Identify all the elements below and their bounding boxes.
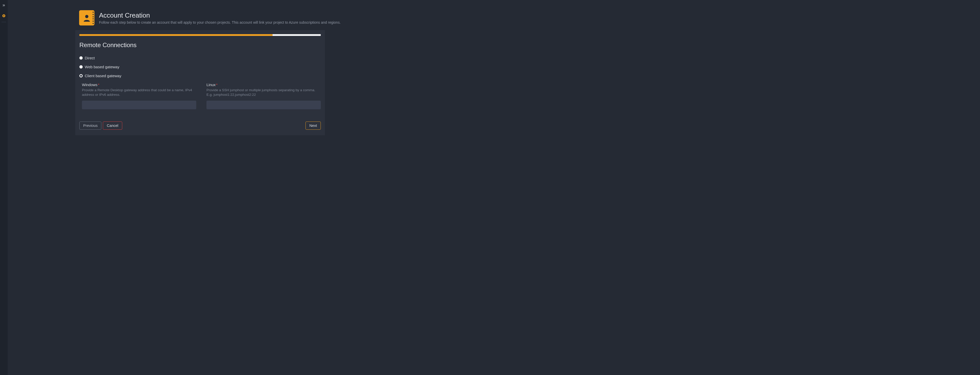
windows-field-group: Windows* Provide a Remote Desktop gatewa… xyxy=(82,82,196,109)
previous-button[interactable]: Previous xyxy=(80,122,101,130)
radio-web-gateway[interactable]: Web based gateway xyxy=(80,65,321,69)
wizard-buttons: Previous Cancel Next xyxy=(80,122,321,130)
radio-client-gateway[interactable]: Client based gateway xyxy=(80,74,321,78)
radio-client-gateway-label: Client based gateway xyxy=(85,74,121,78)
windows-input[interactable] xyxy=(82,101,196,109)
required-marker: * xyxy=(216,82,218,87)
sidebar xyxy=(0,0,8,375)
radio-direct[interactable]: Direct xyxy=(80,56,321,60)
main-content: Account Creation Follow each step below … xyxy=(8,0,980,375)
linux-label-text: Linux xyxy=(207,82,216,87)
cancel-button[interactable]: Cancel xyxy=(103,122,122,130)
svg-point-3 xyxy=(85,15,89,18)
linux-label: Linux* xyxy=(207,82,321,87)
windows-help: Provide a Remote Desktop gateway address… xyxy=(82,88,196,98)
progress-bar xyxy=(80,34,321,36)
required-marker: * xyxy=(98,82,100,87)
expand-sidebar-icon[interactable] xyxy=(2,3,6,8)
page-header: Account Creation Follow each step below … xyxy=(79,10,341,25)
progress-fill xyxy=(80,34,272,36)
section-title: Remote Connections xyxy=(80,41,321,49)
page-subtitle: Follow each step below to create an acco… xyxy=(99,21,341,24)
linux-help: Provide a SSH jumphost or multiple jumph… xyxy=(207,88,321,98)
linux-input[interactable] xyxy=(207,101,321,109)
add-account-icon[interactable] xyxy=(2,14,6,18)
radio-web-gateway-input[interactable] xyxy=(80,65,83,68)
linux-field-group: Linux* Provide a SSH jumphost or multipl… xyxy=(207,82,321,109)
gateway-fields: Windows* Provide a Remote Desktop gatewa… xyxy=(80,82,321,109)
next-button[interactable]: Next xyxy=(305,122,321,130)
wizard-card: Remote Connections Direct Web based gate… xyxy=(75,30,325,135)
page-title: Account Creation xyxy=(99,11,341,19)
radio-direct-label: Direct xyxy=(85,56,95,60)
radio-client-gateway-input[interactable] xyxy=(80,74,83,78)
radio-web-gateway-label: Web based gateway xyxy=(85,65,119,69)
windows-label: Windows* xyxy=(82,82,196,87)
account-book-icon xyxy=(79,10,94,25)
radio-direct-input[interactable] xyxy=(80,56,83,60)
windows-label-text: Windows xyxy=(82,82,97,87)
